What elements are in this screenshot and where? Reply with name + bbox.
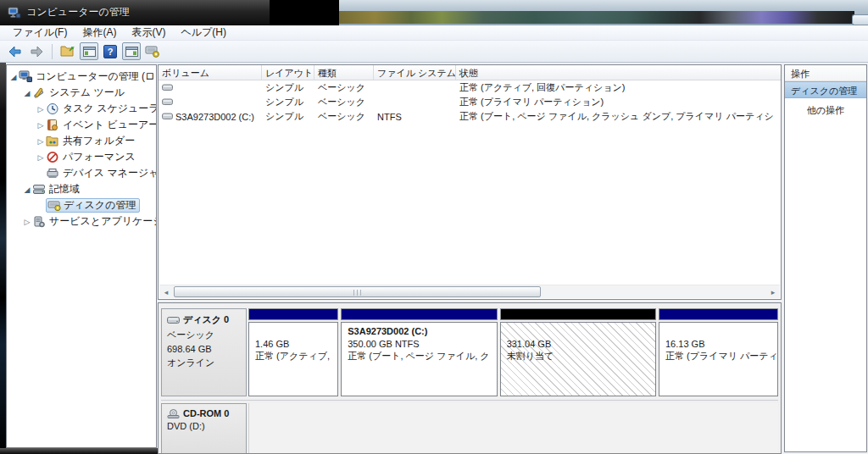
partition-recovery[interactable]: 1.46 GB 正常 (アクティブ, [248, 308, 338, 396]
cdrom-media: DVD (D:) [167, 421, 241, 431]
scroll-left-button[interactable]: ◂ [159, 285, 173, 298]
disk-size: 698.64 GB [167, 344, 241, 354]
event-viewer-icon [46, 119, 59, 131]
partition-title [255, 326, 331, 338]
tree-item-label: タスク スケジューラ [63, 102, 157, 116]
tree-item-event-viewer[interactable]: ▷ イベント ビューアー [7, 117, 156, 133]
scroll-right-button[interactable]: ▸ [766, 285, 780, 298]
back-button[interactable] [6, 42, 25, 60]
cdrom-icon [167, 409, 180, 418]
expander-icon[interactable]: ▷ [36, 121, 46, 130]
tree-item-system-tools[interactable]: ◢ システム ツール [7, 85, 156, 101]
expander-icon[interactable]: ▷ [36, 153, 46, 162]
selected-tree-highlight: ディスクの管理 [46, 198, 140, 213]
tree-item-device-manager[interactable]: デバイス マネージャー [7, 165, 156, 181]
volume-status: 正常 (プライマリ パーティション) [456, 96, 781, 108]
tree-item-performance[interactable]: ▷ パフォーマンス [7, 149, 156, 165]
toolbar: ? [0, 41, 868, 63]
tree-item-shared-folders[interactable]: ▷ 共有フォルダー [7, 133, 156, 149]
expander-icon[interactable]: ◢ [22, 185, 32, 194]
help-button[interactable]: ? [101, 42, 120, 60]
device-manager-icon [46, 167, 59, 180]
partition-c-drive[interactable]: S3A9273D002 (C:) 350.00 GB NTFS 正常 (ブート,… [341, 308, 497, 396]
tree-item-storage[interactable]: ◢ 記憶域 [7, 181, 156, 197]
show-action-pane-icon [125, 47, 138, 57]
volume-icon [162, 98, 173, 106]
menu-view[interactable]: 表示(V) [124, 25, 173, 41]
tree-item-label: パフォーマンス [63, 150, 136, 164]
tree-item-services-applications[interactable]: ▷ サービスとアプリケーショ [7, 213, 156, 230]
disk-0-label[interactable]: ディスク 0 ベーシック 698.64 GB オンライン [161, 308, 247, 396]
menu-action[interactable]: 操作(A) [75, 25, 124, 41]
expander-icon[interactable]: ◢ [8, 73, 19, 81]
menu-file[interactable]: ファイル(F) [5, 25, 75, 41]
partition-primary[interactable]: 16.13 GB 正常 (プライマリ パーティ [659, 308, 778, 396]
disk-management-icon [47, 199, 61, 212]
column-header-filesystem[interactable]: ファイル システム [374, 65, 456, 80]
horizontal-scrollbar[interactable]: ◂ ▸ [159, 285, 780, 298]
volume-type: ベーシック [314, 96, 374, 108]
disk-row-separator [161, 400, 778, 401]
expander-icon[interactable]: ▷ [22, 218, 32, 226]
title-bar-desktop-blur [339, 11, 854, 24]
volume-layout: シンプル [262, 110, 314, 123]
storage-icon [32, 183, 46, 196]
console-tree: ◢ コンピューターの管理 (ローカ ◢ システム ツール ▷ タスク [6, 64, 157, 448]
volume-type: ベーシック [314, 81, 374, 94]
window-left-border [0, 63, 6, 454]
volume-status: 正常 (ブート, ページ ファイル, クラッシュ ダンプ, プライマリ パーティ… [456, 110, 781, 123]
expander-icon[interactable]: ▷ [36, 137, 46, 146]
scrollbar-thumb[interactable] [174, 286, 541, 297]
tree-item-label: 共有フォルダー [63, 134, 135, 148]
volume-type: ベーシック [314, 110, 374, 123]
disk-snapin-icon [145, 45, 160, 58]
tree-item-disk-management[interactable]: ディスクの管理 [7, 197, 156, 213]
expander-icon[interactable]: ◢ [22, 89, 32, 97]
column-header-type[interactable]: 種類 [314, 65, 374, 80]
minimize-button[interactable] [852, 14, 868, 25]
column-header-status[interactable]: 状態 [456, 65, 781, 80]
disk-snapin-button[interactable] [143, 42, 162, 60]
volume-name: S3A9273D002 (C:) [175, 112, 254, 122]
tree-item-computer-management[interactable]: ◢ コンピューターの管理 (ローカ [7, 69, 156, 85]
title-bar: コンピューターの管理 [0, 0, 868, 25]
tree-item-task-scheduler[interactable]: ▷ タスク スケジューラ [7, 101, 156, 117]
column-header-volume[interactable]: ボリューム [159, 65, 262, 80]
scrollbar-grip [353, 290, 361, 296]
partition-color-bar [659, 308, 778, 320]
table-row[interactable]: シンプル ベーシック 正常 (プライマリ パーティション) [159, 95, 781, 109]
show-console-tree-icon [83, 47, 96, 57]
forward-button[interactable] [27, 42, 46, 60]
export-list-icon [60, 45, 75, 58]
window-bottom-border [0, 448, 158, 454]
show-console-tree-button[interactable] [80, 42, 98, 60]
disk-status: オンライン [167, 357, 241, 369]
app-icon [8, 6, 21, 19]
partition-status: 未割り当て [507, 350, 649, 363]
volume-layout: シンプル [262, 81, 314, 94]
cdrom-0-label[interactable]: CD-ROM 0 DVD (D:) [161, 403, 247, 454]
partition-status: 正常 (アクティブ, [255, 350, 331, 363]
expander-icon[interactable]: ▷ [36, 105, 46, 114]
menu-bar: ファイル(F) 操作(A) 表示(V) ヘルプ(H) [0, 25, 868, 41]
table-row[interactable]: S3A9273D002 (C:) シンプル ベーシック NTFS 正常 (ブート… [159, 109, 781, 124]
volume-icon [162, 84, 173, 91]
action-more-actions[interactable]: 他の操作 [785, 104, 866, 117]
volume-status: 正常 (アクティブ, 回復パーティション) [456, 81, 781, 94]
cdrom-0-row: CD-ROM 0 DVD (D:) [161, 403, 778, 454]
actions-header: 操作 [785, 65, 866, 81]
disk-type: ベーシック [167, 329, 241, 341]
cdrom-0-region[interactable] [248, 403, 778, 454]
menu-help[interactable]: ヘルプ(H) [173, 25, 234, 41]
table-row[interactable]: シンプル ベーシック 正常 (アクティブ, 回復パーティション) [159, 80, 781, 95]
action-disk-management[interactable]: ディスクの管理 [785, 81, 866, 98]
task-scheduler-icon [46, 102, 59, 115]
column-header-layout[interactable]: レイアウト [262, 65, 314, 80]
volume-layout: シンプル [262, 96, 314, 108]
partition-unallocated[interactable]: 331.04 GB 未割り当て [500, 308, 656, 396]
computer-icon [19, 70, 32, 83]
show-action-pane-button[interactable] [122, 42, 141, 60]
volume-filesystem: NTFS [374, 112, 456, 122]
export-list-button[interactable] [58, 42, 77, 60]
services-icon [32, 215, 46, 228]
